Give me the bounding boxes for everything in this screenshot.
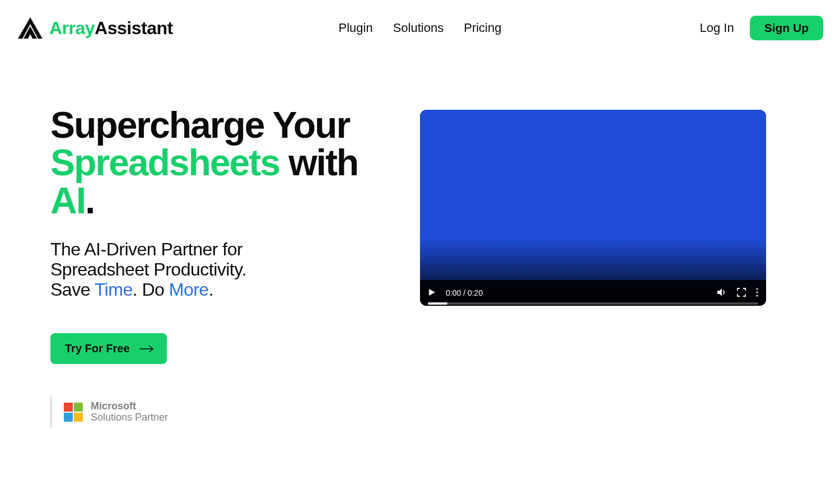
try-free-label: Try For Free bbox=[65, 342, 130, 355]
volume-icon[interactable] bbox=[717, 288, 727, 298]
svg-point-4 bbox=[756, 291, 758, 293]
header: ArrayAssistant Plugin Solutions Pricing … bbox=[0, 0, 840, 45]
brand-wordmark: ArrayAssistant bbox=[49, 18, 173, 39]
hero-headline: Supercharge Your Spreadsheets with AI. bbox=[50, 106, 386, 220]
video-progress[interactable] bbox=[428, 302, 758, 305]
hero-sub-do: . Do bbox=[133, 279, 169, 300]
header-auth: Log In Sign Up bbox=[700, 16, 824, 40]
login-link[interactable]: Log In bbox=[700, 21, 734, 35]
svg-marker-2 bbox=[717, 288, 722, 296]
hero-sub-dot: . bbox=[209, 279, 213, 300]
hero-sub-save: Save bbox=[50, 279, 95, 300]
video-time: 0:00 / 0:20 bbox=[446, 288, 483, 297]
svg-marker-1 bbox=[429, 289, 435, 296]
hero-video[interactable]: 0:00 / 0:20 bbox=[420, 110, 766, 306]
svg-point-3 bbox=[756, 288, 758, 290]
hero: Supercharge Your Spreadsheets with AI. T… bbox=[0, 45, 840, 428]
partner-badge: Microsoft Solutions Partner bbox=[50, 396, 386, 428]
arrow-right-icon bbox=[139, 345, 155, 353]
hero-copy: Supercharge Your Spreadsheets with AI. T… bbox=[50, 106, 386, 428]
signup-button[interactable]: Sign Up bbox=[750, 16, 823, 40]
primary-nav: Plugin Solutions Pricing bbox=[339, 21, 502, 35]
brand-mark-icon bbox=[17, 16, 44, 40]
nav-pricing[interactable]: Pricing bbox=[464, 21, 501, 35]
hero-sub-line2: Spreadsheet Productivity. bbox=[50, 259, 246, 279]
microsoft-logo-icon bbox=[64, 403, 83, 422]
nav-plugin[interactable]: Plugin bbox=[339, 21, 373, 35]
hero-sub-time: Time bbox=[95, 279, 133, 300]
svg-point-5 bbox=[756, 295, 758, 296]
hero-headline-dot: . bbox=[85, 180, 94, 221]
partner-line2: Solutions Partner bbox=[91, 412, 168, 423]
hero-headline-ai: AI bbox=[50, 180, 85, 221]
partner-text: Microsoft Solutions Partner bbox=[91, 401, 168, 423]
nav-solutions[interactable]: Solutions bbox=[393, 21, 444, 35]
play-icon[interactable] bbox=[428, 288, 436, 298]
hero-sub-line1: The AI-Driven Partner for bbox=[50, 239, 242, 259]
fullscreen-icon[interactable] bbox=[737, 288, 746, 298]
hero-sub-more: More bbox=[169, 279, 209, 300]
hero-headline-line1: Supercharge Your bbox=[50, 104, 349, 146]
hero-subhead: The AI-Driven Partner for Spreadsheet Pr… bbox=[50, 240, 386, 300]
more-icon[interactable] bbox=[756, 288, 758, 298]
try-free-button[interactable]: Try For Free bbox=[50, 333, 167, 364]
video-progress-fill bbox=[428, 302, 447, 305]
hero-headline-with: with bbox=[279, 142, 358, 183]
brand-logo[interactable]: ArrayAssistant bbox=[17, 16, 173, 40]
hero-headline-spreadsheets: Spreadsheets bbox=[50, 142, 279, 183]
partner-line1: Microsoft bbox=[91, 401, 168, 412]
